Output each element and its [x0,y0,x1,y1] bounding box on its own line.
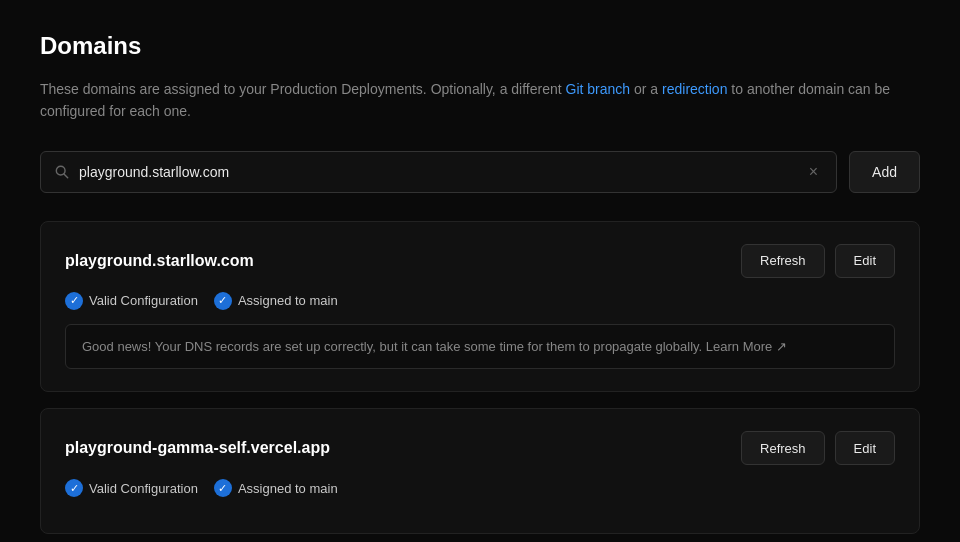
card-actions: Refresh Edit [741,431,895,465]
search-box: × [40,151,837,193]
domain-card-1: playground.starllow.com Refresh Edit ✓ V… [40,221,920,393]
page-title: Domains [40,32,920,60]
card-header: playground-gamma-self.vercel.app Refresh… [65,431,895,465]
clear-search-button[interactable]: × [805,161,822,183]
svg-line-1 [64,174,68,178]
badge-label: Valid Configuration [89,481,198,496]
redirection-link[interactable]: redirection [662,81,727,97]
badge-label: Assigned to main [238,481,338,496]
domain-name: playground-gamma-self.vercel.app [65,439,330,457]
badge: ✓ Valid Configuration [65,292,198,310]
badges-row: ✓ Valid Configuration ✓ Assigned to main [65,479,895,497]
domain-name: playground.starllow.com [65,252,254,270]
domains-page: Domains These domains are assigned to yo… [0,0,960,542]
search-input[interactable] [79,164,805,180]
domain-cards-list: playground.starllow.com Refresh Edit ✓ V… [40,221,920,535]
dns-notice: Good news! Your DNS records are set up c… [65,324,895,370]
badges-row: ✓ Valid Configuration ✓ Assigned to main [65,292,895,310]
edit-button[interactable]: Edit [835,431,895,465]
refresh-button[interactable]: Refresh [741,244,825,278]
card-actions: Refresh Edit [741,244,895,278]
badge-check-icon: ✓ [214,292,232,310]
badge-check-icon: ✓ [214,479,232,497]
refresh-button[interactable]: Refresh [741,431,825,465]
badge: ✓ Assigned to main [214,292,338,310]
description-text-prefix: These domains are assigned to your Produ… [40,81,566,97]
badge-label: Valid Configuration [89,293,198,308]
add-domain-button[interactable]: Add [849,151,920,193]
badge-check-icon: ✓ [65,292,83,310]
card-header: playground.starllow.com Refresh Edit [65,244,895,278]
git-branch-link[interactable]: Git branch [566,81,631,97]
description-text-middle: or a [634,81,662,97]
edit-button[interactable]: Edit [835,244,895,278]
search-row: × Add [40,151,920,193]
search-icon [55,165,69,179]
badge: ✓ Valid Configuration [65,479,198,497]
page-description: These domains are assigned to your Produ… [40,78,920,123]
badge-label: Assigned to main [238,293,338,308]
badge-check-icon: ✓ [65,479,83,497]
badge: ✓ Assigned to main [214,479,338,497]
domain-card-2: playground-gamma-self.vercel.app Refresh… [40,408,920,534]
